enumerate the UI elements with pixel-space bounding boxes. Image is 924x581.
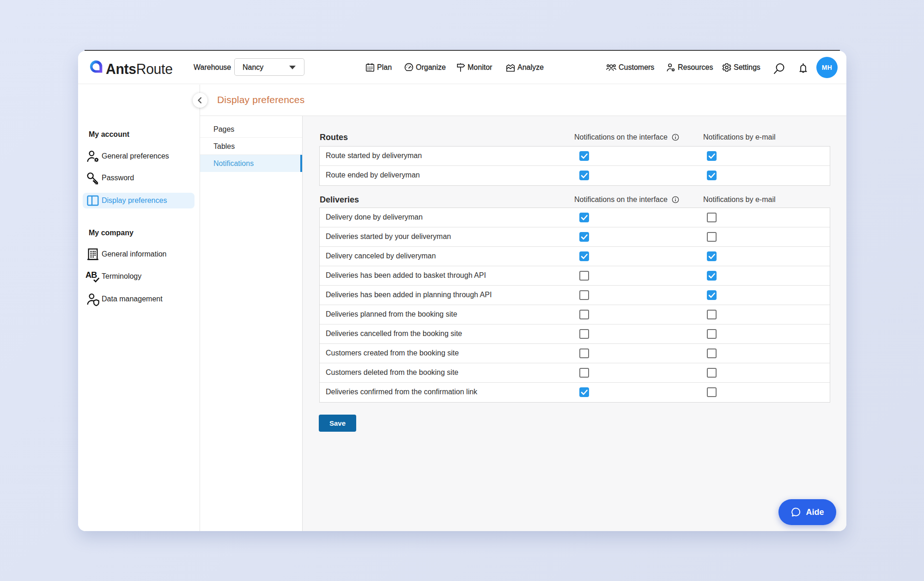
svg-text:AB: AB <box>85 270 97 280</box>
